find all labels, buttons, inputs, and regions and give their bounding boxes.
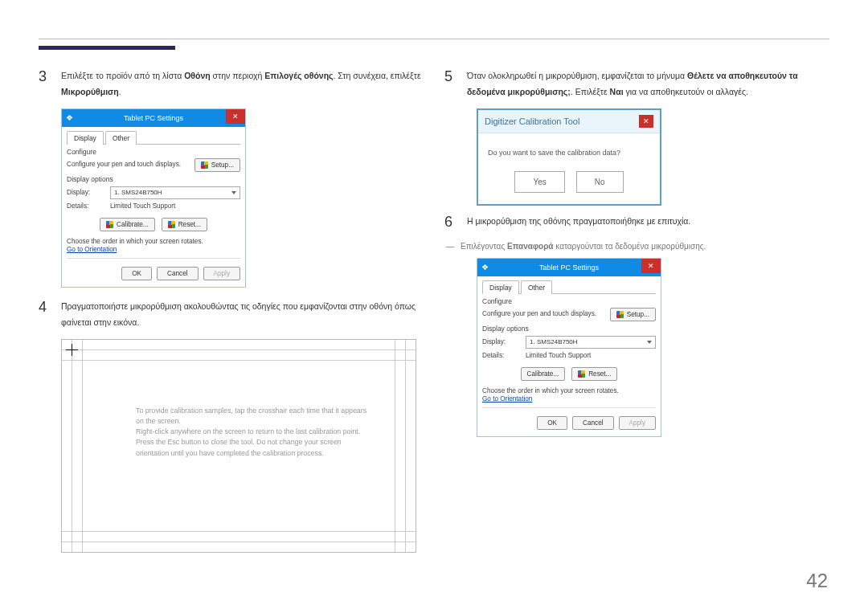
- dialog-titlebar[interactable]: Digitizer Calibration Tool ✕: [478, 110, 660, 133]
- orientation-link[interactable]: Go to Orientation: [67, 246, 117, 253]
- button-label: Calibrate...: [117, 221, 149, 228]
- text: για να αποθηκευτούν οι αλλαγές.: [624, 87, 748, 96]
- configure-text: Configure your pen and touch displays.: [67, 161, 190, 169]
- step-4: 4 Πραγματοποιήστε μικρορύθμιση ακολουθών…: [39, 299, 424, 331]
- dialog-footer: OK Cancel Apply: [67, 264, 240, 282]
- setup-button[interactable]: Setup...: [610, 308, 656, 321]
- ok-button[interactable]: OK: [121, 267, 152, 280]
- button-label: Setup...: [211, 161, 234, 169]
- step-number: 6: [444, 214, 457, 231]
- dialog-title: Digitizer Calibration Tool: [485, 116, 579, 126]
- step-3: 3 Επιλέξτε το προϊόν από τη λίστα Οθόνη …: [39, 68, 424, 100]
- rotation-order-text: Choose the order in which your screen ro…: [67, 238, 240, 245]
- cancel-button[interactable]: Cancel: [157, 267, 199, 280]
- dialog-tabs: Display Other: [67, 130, 240, 145]
- step-text: Όταν ολοκληρωθεί η μικρορύθμιση, εμφανίζ…: [467, 68, 829, 100]
- rotation-order-text: Choose the order in which your screen ro…: [482, 387, 656, 394]
- display-label: Display:: [482, 338, 519, 345]
- shield-icon: [201, 161, 208, 169]
- tab-display[interactable]: Display: [67, 131, 104, 145]
- tab-display[interactable]: Display: [482, 280, 519, 294]
- tablet-pc-settings-dialog-2: ❖ Tablet PC Settings ✕ Display Other Con…: [477, 258, 661, 437]
- display-options-label: Display options: [482, 325, 656, 333]
- right-column: 5 Όταν ολοκληρωθεί η μικρορύθμιση, εμφαν…: [444, 68, 829, 553]
- tablet-pc-settings-dialog: ❖ Tablet PC Settings ✕ Display Other Con…: [61, 108, 246, 288]
- step-text: Πραγματοποιήστε μικρορύθμιση ακολουθώντα…: [61, 299, 424, 331]
- step-number: 3: [39, 68, 51, 100]
- dialog-body: Display Other Configure Configure your p…: [62, 127, 245, 287]
- display-combobox[interactable]: 1. SMS24B750H: [110, 186, 240, 199]
- header-rule: [39, 39, 829, 39]
- orientation-link[interactable]: Go to Orientation: [482, 395, 532, 403]
- window-icon: ❖: [62, 113, 76, 122]
- step-number: 5: [444, 68, 457, 100]
- setup-button[interactable]: Setup...: [194, 158, 240, 172]
- dialog-buttons: Yes No: [478, 165, 660, 204]
- close-icon[interactable]: ✕: [641, 259, 661, 273]
- text: καταργούνται τα δεδομένα μικρορύθμισης.: [554, 242, 706, 251]
- display-label: Display:: [67, 189, 104, 196]
- step-text: Επιλέξτε το προϊόν από τη λίστα Οθόνη στ…: [61, 68, 424, 100]
- cancel-button[interactable]: Cancel: [572, 416, 614, 430]
- tab-other[interactable]: Other: [521, 280, 552, 294]
- shield-icon: [616, 311, 624, 318]
- dialog-body: Display Other Configure Configure your p…: [477, 276, 661, 436]
- text: Επιλέξτε το προϊόν από τη λίστα: [61, 71, 184, 80]
- shield-icon: [578, 370, 585, 378]
- bold: Οθόνη: [184, 71, 211, 80]
- bold: Μικρορύθμιση: [61, 87, 119, 96]
- calibrate-button[interactable]: Calibrate...: [100, 218, 155, 231]
- configure-text: Configure your pen and touch displays.: [482, 310, 605, 318]
- text: Επιλέγοντας: [461, 242, 507, 251]
- step-6: 6 Η μικρορύθμιση της οθόνης πραγματοποιή…: [444, 214, 829, 231]
- details-value: Limited Touch Support: [526, 352, 591, 359]
- crosshair-icon: [66, 344, 78, 356]
- step-number: 4: [39, 299, 51, 331]
- reset-button[interactable]: Reset...: [162, 218, 207, 231]
- text: .: [119, 87, 121, 96]
- configure-label: Configure: [482, 297, 656, 305]
- text: . Επιλέξτε: [571, 87, 610, 96]
- header-rule-thick: [39, 46, 175, 50]
- dialog-titlebar[interactable]: ❖ Tablet PC Settings ✕: [62, 109, 245, 127]
- reset-note: ― Επιλέγοντας Επαναφορά καταργούνται τα …: [444, 239, 829, 253]
- text: στην περιοχή: [211, 71, 265, 80]
- yes-button[interactable]: Yes: [514, 171, 564, 193]
- calibrate-button[interactable]: Calibrate...: [521, 367, 566, 381]
- text: . Στη συνέχεια, επιλέξτε: [334, 71, 421, 80]
- button-label: Reset...: [178, 221, 201, 228]
- apply-button[interactable]: Apply: [619, 416, 656, 430]
- left-column: 3 Επιλέξτε το προϊόν από τη λίστα Οθόνη …: [39, 68, 424, 553]
- dialog-message: Do you want to save the calibration data…: [478, 133, 660, 166]
- details-value: Limited Touch Support: [110, 202, 175, 210]
- text: Όταν ολοκληρωθεί η μικρορύθμιση, εμφανίζ…: [467, 71, 687, 80]
- bold: Επαναφορά: [507, 242, 554, 251]
- display-combobox[interactable]: 1. SMS24B750H: [526, 336, 656, 349]
- shield-icon: [168, 221, 175, 228]
- bold: Επιλογές οθόνης: [264, 71, 333, 80]
- calibration-screenshot: To provide calibration samples, tap the …: [61, 339, 416, 553]
- divider: [67, 258, 240, 259]
- dialog-title: Tablet PC Settings: [76, 114, 245, 122]
- button-label: Setup...: [627, 311, 649, 318]
- reset-button[interactable]: Reset...: [571, 367, 617, 381]
- ok-button[interactable]: OK: [537, 416, 567, 430]
- dash-icon: ―: [444, 239, 454, 253]
- step-text: Η μικρορύθμιση της οθόνης πραγματοποιήθη…: [467, 214, 829, 231]
- no-button[interactable]: No: [576, 171, 624, 193]
- apply-button[interactable]: Apply: [203, 267, 240, 280]
- configure-label: Configure: [67, 148, 240, 156]
- details-label: Details:: [67, 202, 104, 210]
- tab-other[interactable]: Other: [105, 131, 137, 145]
- step-5: 5 Όταν ολοκληρωθεί η μικρορύθμιση, εμφαν…: [444, 68, 829, 100]
- close-icon[interactable]: ✕: [226, 109, 245, 124]
- dialog-titlebar[interactable]: ❖ Tablet PC Settings ✕: [477, 259, 661, 276]
- window-icon: ❖: [477, 263, 492, 272]
- page-number: 42: [806, 570, 828, 592]
- close-icon[interactable]: ✕: [639, 115, 653, 128]
- document-columns: 3 Επιλέξτε το προϊόν από τη λίστα Οθόνη …: [39, 68, 829, 553]
- shield-icon: [106, 221, 113, 228]
- details-label: Details:: [482, 352, 519, 359]
- divider: [482, 407, 656, 408]
- dialog-title: Tablet PC Settings: [492, 264, 661, 272]
